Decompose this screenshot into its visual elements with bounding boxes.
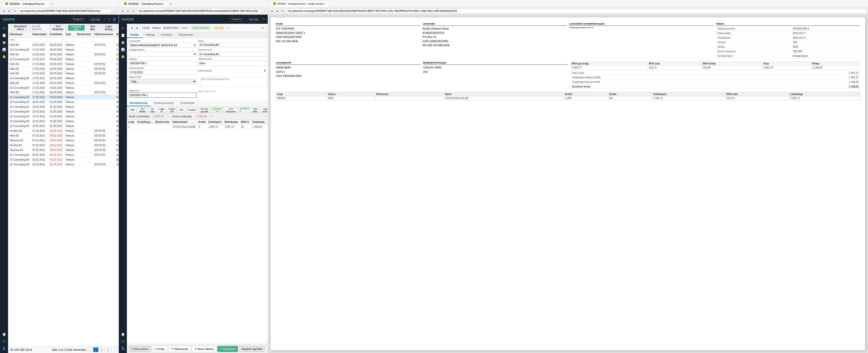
table-row[interactable]: Hoth AS 17.02.2022 28.03.2022 Faktura 20… (8, 66, 119, 71)
table-row[interactable]: JU Consulting AS 31.01.2022 01.02.2022 F… (8, 157, 119, 162)
tab-normalvisning[interactable]: Normalvisning (127, 100, 151, 106)
table-row[interactable]: JU Consulting AS 17.02.2022 04.03.2022 F… (8, 95, 119, 100)
table-row[interactable]: JU Consulting AS 10.02.2022 31.03.2022 F… (8, 119, 119, 124)
table-row[interactable]: JU Consulting AS 16.02.2022 31.03.2022 F… (8, 100, 119, 105)
table-row[interactable]: JU Consulting AS 17.02.2022 04.03.2022 F… (8, 57, 119, 62)
fakturanr-input[interactable] (129, 92, 197, 98)
table-row[interactable]: Hot Bot AS 07.02.2022 28.02.2022 Faktura… (8, 143, 119, 148)
table-row[interactable]: JU Consulting AS 17.02.2022 04.03.2022 F… (8, 76, 119, 81)
address-input-3[interactable] (286, 9, 866, 13)
generer-ai-btn[interactable]: Generer AI (211, 108, 223, 112)
generer-og-post-btn[interactable]: Generer og Post (239, 346, 265, 352)
table-row[interactable]: Hoth AS 17.02.2022 28.03.2022 Faktura 20… (8, 90, 119, 95)
tem-filter-btn-1[interactable]: Tøm filter (86, 25, 99, 31)
alternativer-btn[interactable]: ▾ Alternativer (129, 346, 151, 352)
tab-vedlegg[interactable]: Vedlegg (143, 32, 158, 38)
godkjenn-btn[interactable]: ✓ Godkjenn (217, 346, 238, 352)
kjopersref-select[interactable]: Velg... (129, 79, 197, 84)
tab-innbetalinger[interactable]: Innbetalinger (177, 100, 198, 106)
table-row[interactable]: Hoth AS 17.02.2022 28.03.2022 Faktura 20… (8, 62, 119, 66)
lagre-visning-btn-1[interactable]: Lagre visning (100, 25, 117, 31)
table-row[interactable]: JU Consulting AS 10.02.2022 31.03.2022 F… (8, 124, 119, 128)
bookmark-btn-1[interactable]: ☆ (113, 9, 117, 13)
filter-beskrivelse[interactable] (76, 37, 92, 42)
sidebar-icon-doc[interactable]: 📄 (1, 32, 7, 38)
refresh-btn-1[interactable]: ↻ (13, 9, 17, 13)
table-row[interactable]: JU Consulting AS 04.02.2022 28.02.2022 F… (8, 152, 119, 157)
sidebar-icon-user[interactable]: 👤 (1, 345, 7, 351)
xls-line-btn[interactable]: XLS Eksporter (224, 108, 238, 112)
prev-page-btn[interactable]: ‹ (87, 347, 92, 352)
table-row[interactable]: JU Consulting AS 10.02.2022 31.03.2022 F… (8, 105, 119, 109)
kopier-btn[interactable]: Kopier rad (167, 108, 177, 112)
avvis-btn[interactable]: ✕ Avvis faktura (192, 346, 216, 352)
fwd-btn-2[interactable]: ► (126, 9, 130, 13)
table-row[interactable]: Hoth AS 07.02.2022 28.02.2022 Faktura 20… (8, 133, 119, 138)
table-row[interactable]: Hoth AS 17.02.2022 28.03.2022 Faktura 20… (8, 52, 119, 57)
bookmark-btn-2[interactable]: ☆ (261, 9, 266, 13)
refresh-btn-3[interactable]: ↻ (281, 9, 285, 13)
tab-add-2[interactable]: + (169, 2, 173, 6)
faktura-input[interactable] (129, 61, 197, 66)
sidebar-2-icon-user[interactable]: 👤 (120, 345, 126, 351)
fwd-btn-3[interactable]: ► (275, 9, 280, 13)
product-btn-1[interactable]: Product ▾ (71, 17, 86, 22)
slett-btn[interactable]: Slett (128, 108, 136, 112)
product-btn-2[interactable]: Product ▾ (229, 17, 244, 22)
table-row[interactable]: JU Consulting AS 17.02.2022 29.03.2022 F… (8, 86, 119, 90)
sidebar-2-icon-settings[interactable]: ⚙ (120, 339, 126, 345)
settings-icon-1[interactable]: ⚙ (108, 18, 111, 21)
tab-close-2[interactable]: × (164, 3, 165, 5)
snu-btn[interactable]: Snu tilbake (137, 108, 148, 112)
tab-semine-2[interactable]: 🟢 SEMINE - Changing finance × (121, 1, 168, 7)
sidebar-2-icon-home[interactable]: 🏠 (120, 39, 126, 46)
settings-icon-2[interactable]: ⚙ (262, 18, 265, 21)
back-btn-2[interactable]: ◄ (120, 9, 125, 13)
tab-rekjoreorder[interactable]: Rekjøreorder (176, 32, 196, 38)
klientnummer-input[interactable] (198, 61, 266, 66)
sidebar-icon-bell[interactable]: 🔔 (1, 54, 7, 60)
tab-semine-1[interactable]: 🟢 SEMINE - Changing finance × (2, 1, 49, 7)
ikke-betal-badge[interactable]: ikke betal (213, 26, 225, 30)
page-1-btn[interactable]: 1 (93, 347, 98, 352)
filter-type[interactable] (65, 37, 74, 42)
lastopp-btn-2[interactable]: Last opp (246, 17, 260, 22)
table-row[interactable]: Hoth AS 17.02.2022 28.03.2022 Faktura 20… (8, 71, 119, 76)
sidebar-icon-home[interactable]: 🏠 (1, 39, 7, 46)
address-input-2[interactable] (137, 9, 260, 13)
lagre-visning-line-btn[interactable]: Lagre visning (260, 108, 268, 112)
xls-btn[interactable]: XLS Eksporter (50, 25, 66, 31)
innkjop-select[interactable]: ▾ (129, 52, 197, 57)
filter-erp[interactable] (116, 37, 119, 42)
table-row[interactable]: JU Consulting AS 17.02.2022 28.03.2022 F… (8, 47, 119, 52)
grupper-btn[interactable]: Grupper (186, 108, 198, 112)
tab-detaljer[interactable]: Detaljer (127, 32, 143, 38)
address-input-1[interactable] (18, 9, 112, 13)
filter-klient[interactable] (9, 37, 30, 42)
table-row[interactable]: Hoth AS 21.02.2022 28.03.2022 Faktura 20… (8, 42, 119, 47)
tab-add-1[interactable]: + (50, 2, 54, 6)
dimensions-btn[interactable]: dimensions view ▾ (10, 25, 30, 31)
sidebar-2-icon-chart[interactable]: 📊 (120, 47, 126, 53)
tab-close-3[interactable]: × (325, 3, 326, 5)
videresend-btn[interactable]: ↪ Videresend (168, 346, 191, 352)
table-row[interactable]: Tatooine AS 07.02.2022 28.02.2022 Faktur… (8, 148, 119, 152)
leverandor-select[interactable]: 50043 ARRANGEMENT SERVICE AS ▾ (129, 43, 197, 48)
kommentar-textarea[interactable] (200, 77, 268, 87)
info-icon[interactable]: ⓘ (227, 26, 229, 30)
tab-arbeidsfyt[interactable]: Arbeidsfyt (158, 32, 176, 38)
back-btn-3[interactable]: ◄ (270, 9, 274, 13)
sidebar-icon-chart[interactable]: 📊 (1, 47, 7, 53)
legg-til-btn[interactable]: Legg til rad (157, 108, 166, 112)
tab-konteringsvisning[interactable]: Konteringsvisning (151, 100, 177, 106)
modal-close-btn[interactable]: × (260, 25, 265, 30)
h-scrollbar[interactable] (127, 342, 268, 345)
forby-btn[interactable]: ▷ Forby (152, 346, 167, 352)
sidebar-icon-settings[interactable]: ⚙ (1, 339, 7, 345)
lastopp-btn-1[interactable]: Last opp (88, 17, 102, 22)
help-icon-1[interactable]: ? (104, 18, 106, 21)
prev-invoice-btn[interactable]: ◄ (129, 25, 134, 30)
table-row[interactable]: Hoth AS 17.02.2022 28.03.2022 Faktura 20… (8, 81, 119, 86)
page-2-btn[interactable]: 2 (99, 347, 104, 352)
sidebar-icon-list[interactable]: 📋 (1, 331, 7, 337)
